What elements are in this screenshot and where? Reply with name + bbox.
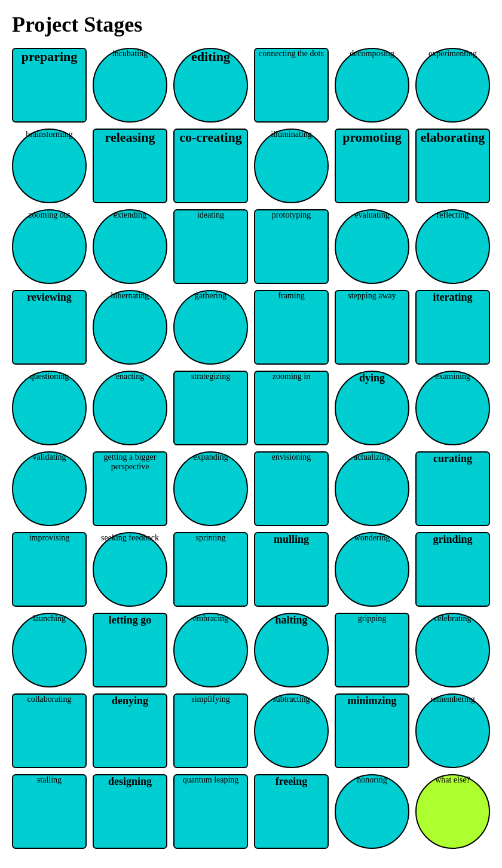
stage-cell[interactable]: incubating: [93, 48, 167, 123]
stage-cell[interactable]: expanding: [173, 451, 248, 526]
page-title: Project Stages: [12, 12, 490, 37]
stage-cell[interactable]: embracing: [173, 613, 248, 687]
stage-cell[interactable]: promoting: [335, 129, 409, 203]
stage-cell[interactable]: quantum leaping: [173, 774, 248, 849]
stages-grid: preparingincubatingeditingconnecting the…: [12, 48, 490, 849]
stage-cell[interactable]: decomposing: [335, 48, 409, 123]
stage-cell[interactable]: curating: [415, 451, 490, 526]
stage-cell[interactable]: mulling: [254, 532, 329, 607]
stage-cell[interactable]: sprinting: [173, 532, 248, 607]
stage-cell[interactable]: improvising: [12, 532, 87, 607]
stage-cell[interactable]: framing: [254, 290, 329, 365]
stage-cell[interactable]: minimzing: [335, 693, 409, 768]
stage-cell[interactable]: wondering: [335, 532, 409, 607]
stage-cell[interactable]: stalling: [12, 774, 87, 849]
stage-cell[interactable]: editing: [173, 48, 248, 123]
stage-cell[interactable]: launching: [12, 613, 87, 687]
stage-cell[interactable]: stepping away: [335, 290, 409, 365]
stage-cell[interactable]: collaborating: [12, 693, 87, 768]
stage-cell[interactable]: reviewing: [12, 290, 87, 365]
stage-cell[interactable]: brainstorming: [12, 129, 87, 203]
stage-cell[interactable]: prototyping: [254, 209, 329, 284]
stage-cell[interactable]: celebrating: [415, 613, 490, 687]
stage-cell[interactable]: elaborating: [415, 129, 490, 203]
stage-cell[interactable]: enacting: [93, 371, 167, 445]
stage-cell[interactable]: remembering: [415, 693, 490, 768]
stage-cell[interactable]: actualizing: [335, 451, 409, 526]
stage-cell[interactable]: hibernating: [93, 290, 167, 365]
stage-cell[interactable]: co-creating: [173, 129, 248, 203]
stage-cell[interactable]: honoring: [335, 774, 409, 849]
stage-cell[interactable]: denying: [93, 693, 167, 768]
stage-cell[interactable]: questioning: [12, 371, 87, 445]
stage-cell[interactable]: zooming out: [12, 209, 87, 284]
stage-cell[interactable]: evaluating: [335, 209, 409, 284]
stage-cell[interactable]: dying: [335, 371, 409, 445]
stage-cell[interactable]: zooming in: [254, 371, 329, 445]
stage-cell[interactable]: iterating: [415, 290, 490, 365]
stage-cell[interactable]: envisioning: [254, 451, 329, 526]
stage-cell[interactable]: freeing: [254, 774, 329, 849]
stage-cell[interactable]: halting: [254, 613, 329, 687]
stage-cell[interactable]: gripping: [335, 613, 409, 687]
stage-cell[interactable]: subtracting: [254, 693, 329, 768]
stage-cell[interactable]: illuminating: [254, 129, 329, 203]
stage-cell[interactable]: preparing: [12, 48, 87, 123]
stage-cell[interactable]: getting a bigger perspective: [93, 451, 167, 526]
stage-cell[interactable]: gathering: [173, 290, 248, 365]
stage-cell[interactable]: letting go: [93, 613, 167, 687]
stage-cell[interactable]: extending: [93, 209, 167, 284]
stage-cell[interactable]: releasing: [93, 129, 167, 203]
stage-cell[interactable]: connecting the dots: [254, 48, 329, 123]
stage-cell[interactable]: experimenting: [415, 48, 490, 123]
stage-cell[interactable]: designing: [93, 774, 167, 849]
stage-cell[interactable]: seeking feedback: [93, 532, 167, 607]
stage-cell[interactable]: grinding: [415, 532, 490, 607]
stage-cell[interactable]: strategizing: [173, 371, 248, 445]
stage-cell[interactable]: examining: [415, 371, 490, 445]
stage-cell[interactable]: reflecting: [415, 209, 490, 284]
stage-cell[interactable]: what else?: [415, 774, 490, 849]
stage-cell[interactable]: simplifying: [173, 693, 248, 768]
stage-cell[interactable]: ideating: [173, 209, 248, 284]
stage-cell[interactable]: validating: [12, 451, 87, 526]
